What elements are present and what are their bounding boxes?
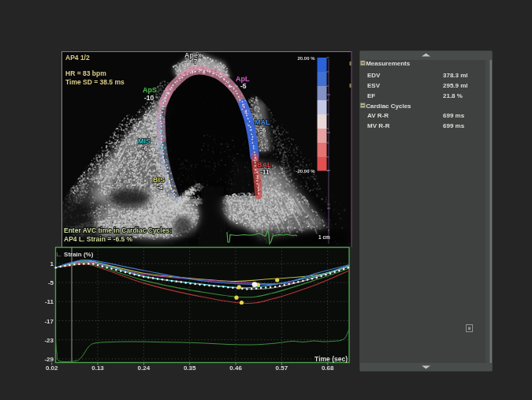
svg-text:295.9 ml: 295.9 ml [443,82,468,89]
svg-text:Time SD = 38.5 ms: Time SD = 38.5 ms [65,78,125,86]
svg-text:699 ms: 699 ms [443,112,465,119]
svg-text:AP4 1/2: AP4 1/2 [65,54,90,62]
svg-text:0.35: 0.35 [184,364,196,372]
svg-text:1: 1 [50,260,54,267]
svg-text:21.8 %: 21.8 % [443,92,463,99]
svg-text:-6: -6 [260,126,266,134]
svg-text:Enter AVC time in Cardiac Cycl: Enter AVC time in Cardiac Cycles: [64,226,172,234]
svg-text:-23: -23 [44,337,54,344]
svg-text:1 cm: 1 cm [318,234,330,240]
svg-text:0.24: 0.24 [138,364,151,372]
svg-text:ApS: ApS [143,86,157,94]
svg-text:HR = 83 bpm: HR = 83 bpm [65,69,106,77]
svg-text:Measurements: Measurements [366,60,411,67]
svg-text:BAL: BAL [257,161,272,169]
svg-text:0.68: 0.68 [322,364,334,372]
svg-text:-10: -10 [144,94,154,102]
svg-text:MV R-R: MV R-R [367,122,390,129]
svg-text:-5: -5 [48,279,54,286]
svg-text:699 ms: 699 ms [443,122,465,129]
svg-text:Time (sec): Time (sec) [314,355,348,363]
svg-text:AP4 L. Strain = -6.5 %: AP4 L. Strain = -6.5 % [64,235,133,243]
svg-text:0.46: 0.46 [229,364,242,372]
svg-text:∟ Strain (%): ∟ Strain (%) [56,251,94,258]
svg-text:-6: -6 [142,144,148,152]
svg-text:AV R-R: AV R-R [367,112,389,119]
svg-text:-29: -29 [44,356,54,363]
svg-text:-11: -11 [45,298,54,305]
svg-text:Cardiac Cycles: Cardiac Cycles [366,103,411,110]
svg-text:-5: -5 [240,82,247,90]
svg-text:0.02: 0.02 [46,364,58,372]
svg-text:EDV: EDV [367,72,381,79]
svg-text:-11: -11 [260,168,270,176]
svg-text:-4: -4 [157,183,163,191]
svg-text:-7: -7 [192,58,198,65]
svg-text:378.3 ml: 378.3 ml [443,72,468,79]
svg-text:ESV: ESV [367,82,381,89]
svg-text:MAL: MAL [255,118,270,126]
svg-text:-17: -17 [44,318,54,325]
svg-text:0.13: 0.13 [91,364,104,372]
svg-text:EF: EF [367,92,375,99]
svg-text:20.00 %: 20.00 % [297,56,315,61]
svg-text:-20.00 %: -20.00 % [296,169,315,174]
svg-text:0.57: 0.57 [276,364,288,372]
